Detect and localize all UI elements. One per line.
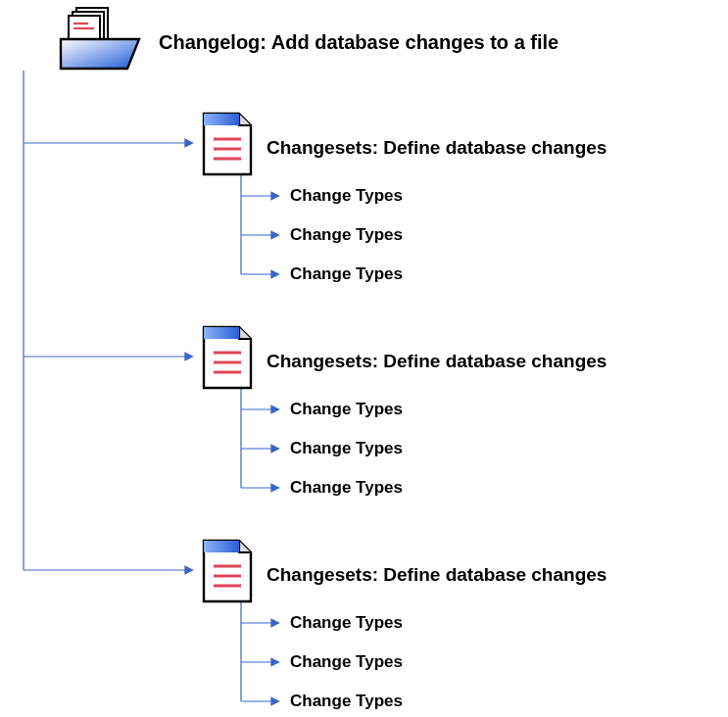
change-type-label: Change Types	[290, 478, 403, 498]
svg-rect-25	[204, 327, 239, 339]
change-type-label: Change Types	[290, 186, 403, 206]
changeset-label: Changesets: Define database changes	[267, 564, 607, 586]
change-type-label: Change Types	[290, 613, 403, 633]
folder-document-stack-icon	[59, 6, 141, 72]
document-lines-icon	[200, 323, 255, 392]
svg-rect-29	[204, 541, 239, 552]
changeset-label: Changesets: Define database changes	[267, 351, 607, 372]
change-type-label: Change Types	[290, 264, 403, 284]
changeset-label: Changesets: Define database changes	[267, 137, 607, 159]
change-type-label: Change Types	[290, 692, 403, 711]
change-type-label: Change Types	[290, 225, 403, 245]
document-lines-icon	[200, 537, 255, 605]
change-type-label: Change Types	[290, 652, 403, 672]
document-lines-icon	[200, 110, 255, 178]
change-type-label: Change Types	[290, 400, 403, 419]
svg-rect-21	[204, 114, 239, 125]
change-type-label: Change Types	[290, 439, 403, 458]
changelog-root-label: Changelog: Add database changes to a fil…	[159, 31, 558, 54]
